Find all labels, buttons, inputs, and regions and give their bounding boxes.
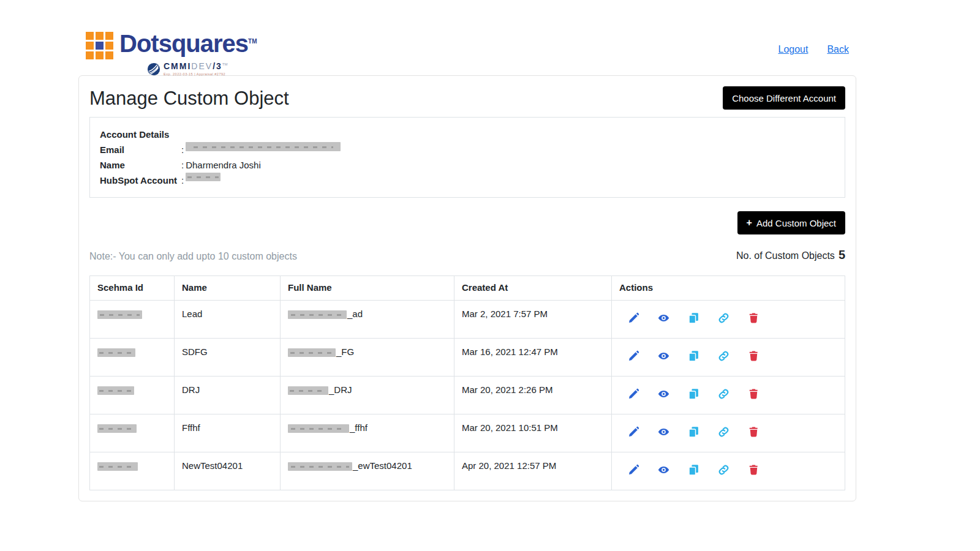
- cell-name: Lead: [175, 301, 281, 339]
- cell-name: Fffhf: [175, 414, 281, 452]
- cell-name: SDFG: [175, 339, 281, 377]
- cell-full-name: _ewTest04201: [281, 452, 454, 490]
- redacted-full-name: [288, 462, 352, 471]
- table-row: SDFG _FG Mar 16, 2021 12:47 PM: [90, 339, 845, 377]
- redacted-hubspot-account-value: [186, 173, 221, 181]
- col-header-created-at: Created At: [454, 276, 612, 301]
- cell-schema-id: [90, 414, 175, 452]
- cell-schema-id: [90, 452, 175, 490]
- delete-icon[interactable]: [748, 464, 760, 476]
- add-custom-object-button[interactable]: +Add Custom Object: [737, 211, 845, 234]
- account-hubspot-row: HubSpot Account :: [100, 173, 835, 188]
- cell-created-at: Mar 20, 2021 10:51 PM: [454, 414, 612, 452]
- email-label: Email: [100, 142, 181, 157]
- delete-icon[interactable]: [748, 388, 760, 400]
- link-icon[interactable]: [718, 388, 729, 400]
- link-icon[interactable]: [718, 350, 729, 362]
- logout-link[interactable]: Logout: [778, 44, 808, 55]
- table-row: DRJ _DRJ Mar 20, 2021 2:26 PM: [90, 377, 845, 414]
- top-header: DotsquaresTM CMMIDEV/3TM Exp. 2022-03-15…: [0, 0, 980, 75]
- redacted-full-name: [288, 310, 347, 319]
- manage-custom-object-card: Manage Custom Object Choose Different Ac…: [78, 75, 856, 501]
- page-title: Manage Custom Object: [89, 88, 289, 110]
- custom-objects-table: Scehma Id Name Full Name Created At Acti…: [89, 276, 845, 490]
- cell-actions: [612, 452, 845, 490]
- cmmi-label: CMMI: [164, 61, 191, 71]
- logo-squares-icon: [86, 32, 113, 59]
- redacted-schema-id: [97, 310, 142, 319]
- cell-actions: [612, 414, 845, 452]
- col-header-schema-id: Scehma Id: [90, 276, 175, 301]
- copy-icon[interactable]: [688, 350, 699, 362]
- choose-different-account-button[interactable]: Choose Different Account: [723, 86, 845, 110]
- table-row: Lead _ad Mar 2, 2021 7:57 PM: [90, 301, 845, 339]
- top-nav-links: Logout Back: [778, 44, 849, 55]
- trademark-symbol: TM: [248, 38, 257, 45]
- view-icon[interactable]: [658, 312, 669, 324]
- delete-icon[interactable]: [748, 426, 760, 438]
- link-icon[interactable]: [718, 426, 729, 438]
- link-icon[interactable]: [718, 312, 729, 324]
- count-value: 5: [839, 248, 845, 261]
- edit-icon[interactable]: [628, 426, 639, 438]
- note-text: Note:- You can only add upto 10 custom o…: [89, 251, 297, 262]
- redacted-schema-id: [97, 424, 137, 433]
- back-link[interactable]: Back: [827, 44, 849, 55]
- redacted-full-name: [288, 348, 336, 357]
- redacted-schema-id: [97, 462, 138, 471]
- edit-icon[interactable]: [628, 350, 639, 362]
- view-icon[interactable]: [658, 426, 669, 438]
- globe-icon: [147, 62, 160, 76]
- delete-icon[interactable]: [748, 350, 760, 362]
- col-header-name: Name: [175, 276, 281, 301]
- cell-created-at: Mar 16, 2021 12:47 PM: [454, 339, 612, 377]
- table-row: NewTest04201 _ewTest04201 Apr 20, 2021 1…: [90, 452, 845, 490]
- cell-actions: [612, 339, 845, 377]
- view-icon[interactable]: [658, 464, 669, 476]
- cell-name: DRJ: [175, 377, 281, 414]
- hubspot-account-label: HubSpot Account: [100, 173, 181, 188]
- cmmi-badge: CMMIDEV/3TM Exp. 2022-03-15 | Appraisal …: [147, 61, 257, 78]
- link-icon[interactable]: [718, 464, 729, 476]
- view-icon[interactable]: [658, 388, 669, 400]
- table-row: Fffhf _ffhf Mar 20, 2021 10:51 PM: [90, 414, 845, 452]
- plus-icon: +: [747, 218, 752, 228]
- edit-icon[interactable]: [628, 464, 639, 476]
- view-icon[interactable]: [658, 350, 669, 362]
- cell-full-name: _DRJ: [281, 377, 454, 414]
- cell-created-at: Apr 20, 2021 12:57 PM: [454, 452, 612, 490]
- account-name-value: Dharmendra Joshi: [186, 157, 261, 173]
- brand-name: DotsquaresTM: [119, 28, 257, 58]
- copy-icon[interactable]: [688, 426, 699, 438]
- cell-actions: [612, 377, 845, 414]
- dotsquares-logo: DotsquaresTM CMMIDEV/3TM Exp. 2022-03-15…: [86, 28, 257, 78]
- name-label: Name: [100, 157, 181, 173]
- cmmi-level: /3: [213, 61, 222, 71]
- col-header-full-name: Full Name: [281, 276, 454, 301]
- cell-created-at: Mar 20, 2021 2:26 PM: [454, 377, 612, 414]
- cell-name: NewTest04201: [175, 452, 281, 490]
- cell-created-at: Mar 2, 2021 7:57 PM: [454, 301, 612, 339]
- table-header-row: Scehma Id Name Full Name Created At Acti…: [90, 276, 845, 301]
- cmmi-dev-label: DEV: [191, 61, 213, 71]
- cell-schema-id: [90, 301, 175, 339]
- cell-full-name: _ffhf: [281, 414, 454, 452]
- edit-icon[interactable]: [628, 312, 639, 324]
- copy-icon[interactable]: [688, 464, 699, 476]
- cell-schema-id: [90, 339, 175, 377]
- cell-full-name: _FG: [281, 339, 454, 377]
- cell-schema-id: [90, 377, 175, 414]
- redacted-full-name: [288, 424, 349, 433]
- cmmi-subtext: Exp. 2022-03-15 | Appraisal #2792: [164, 70, 227, 78]
- delete-icon[interactable]: [748, 312, 760, 324]
- account-details-box: Account Details Email : Name : Dharmendr…: [89, 117, 845, 198]
- edit-icon[interactable]: [628, 388, 639, 400]
- cell-full-name: _ad: [281, 301, 454, 339]
- cell-actions: [612, 301, 845, 339]
- copy-icon[interactable]: [688, 388, 699, 400]
- account-email-row: Email :: [100, 142, 835, 157]
- copy-icon[interactable]: [688, 312, 699, 324]
- account-name-row: Name : Dharmendra Joshi: [100, 157, 835, 173]
- redacted-full-name: [288, 386, 328, 395]
- account-details-heading: Account Details: [100, 127, 835, 142]
